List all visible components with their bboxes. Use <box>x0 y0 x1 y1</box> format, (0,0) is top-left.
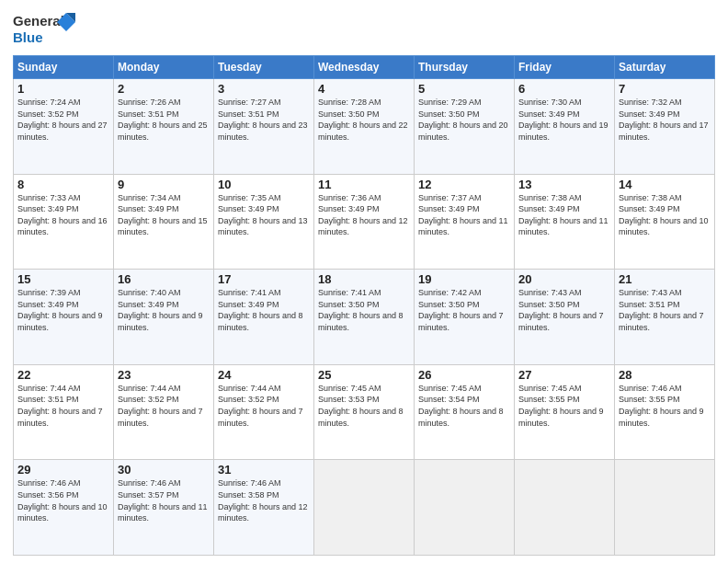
day-info: Sunrise: 7:41 AM Sunset: 3:49 PM Dayligh… <box>218 287 310 333</box>
col-thursday: Thursday <box>415 56 515 79</box>
day-info: Sunrise: 7:38 AM Sunset: 3:49 PM Dayligh… <box>619 192 711 238</box>
day-info: Sunrise: 7:46 AM Sunset: 3:55 PM Dayligh… <box>619 383 711 429</box>
calendar-table: Sunday Monday Tuesday Wednesday Thursday… <box>13 55 715 556</box>
day-info: Sunrise: 7:32 AM Sunset: 3:49 PM Dayligh… <box>619 97 711 143</box>
table-row: 21 Sunrise: 7:43 AM Sunset: 3:51 PM Dayl… <box>615 270 715 365</box>
day-info: Sunrise: 7:44 AM Sunset: 3:51 PM Dayligh… <box>17 383 109 429</box>
page: General Blue Sunday Monday Tuesday Wedne… <box>0 0 728 563</box>
table-row: 19 Sunrise: 7:42 AM Sunset: 3:50 PM Dayl… <box>415 270 515 365</box>
day-info: Sunrise: 7:39 AM Sunset: 3:49 PM Dayligh… <box>17 287 109 333</box>
day-number: 6 <box>518 82 610 96</box>
day-number: 2 <box>118 82 210 96</box>
table-row: 10 Sunrise: 7:35 AM Sunset: 3:49 PM Dayl… <box>214 174 314 270</box>
day-number: 30 <box>118 463 210 477</box>
table-row: 5 Sunrise: 7:29 AM Sunset: 3:50 PM Dayli… <box>415 79 515 175</box>
day-info: Sunrise: 7:42 AM Sunset: 3:50 PM Dayligh… <box>418 287 510 333</box>
day-info: Sunrise: 7:40 AM Sunset: 3:49 PM Dayligh… <box>118 287 210 333</box>
table-row: 7 Sunrise: 7:32 AM Sunset: 3:49 PM Dayli… <box>615 79 715 175</box>
logo: General Blue <box>13 9 77 50</box>
col-friday: Friday <box>515 56 615 79</box>
day-number: 3 <box>218 82 310 96</box>
day-number: 16 <box>118 272 210 286</box>
day-number: 8 <box>17 178 109 191</box>
svg-text:Blue: Blue <box>13 29 43 45</box>
day-info: Sunrise: 7:35 AM Sunset: 3:49 PM Dayligh… <box>218 192 310 238</box>
calendar-week-2: 8 Sunrise: 7:33 AM Sunset: 3:49 PM Dayli… <box>14 174 715 270</box>
day-number: 18 <box>318 272 410 286</box>
table-row <box>415 460 515 556</box>
calendar-week-5: 29 Sunrise: 7:46 AM Sunset: 3:56 PM Dayl… <box>14 460 715 556</box>
day-number: 25 <box>318 368 410 382</box>
day-info: Sunrise: 7:45 AM Sunset: 3:53 PM Dayligh… <box>318 383 410 429</box>
table-row: 24 Sunrise: 7:44 AM Sunset: 3:52 PM Dayl… <box>214 364 314 460</box>
table-row: 12 Sunrise: 7:37 AM Sunset: 3:49 PM Dayl… <box>415 174 515 270</box>
calendar-week-4: 22 Sunrise: 7:44 AM Sunset: 3:51 PM Dayl… <box>14 364 715 460</box>
calendar-body: 1 Sunrise: 7:24 AM Sunset: 3:52 PM Dayli… <box>14 79 715 556</box>
day-number: 20 <box>518 272 610 286</box>
table-row: 22 Sunrise: 7:44 AM Sunset: 3:51 PM Dayl… <box>14 364 114 460</box>
header: General Blue <box>13 9 715 50</box>
day-number: 22 <box>17 368 109 382</box>
day-number: 27 <box>518 368 610 382</box>
table-row: 27 Sunrise: 7:45 AM Sunset: 3:55 PM Dayl… <box>515 364 615 460</box>
col-sunday: Sunday <box>14 56 114 79</box>
calendar-week-3: 15 Sunrise: 7:39 AM Sunset: 3:49 PM Dayl… <box>14 270 715 365</box>
table-row: 15 Sunrise: 7:39 AM Sunset: 3:49 PM Dayl… <box>14 270 114 365</box>
day-number: 31 <box>218 463 310 477</box>
table-row: 16 Sunrise: 7:40 AM Sunset: 3:49 PM Dayl… <box>114 270 214 365</box>
day-info: Sunrise: 7:43 AM Sunset: 3:50 PM Dayligh… <box>518 287 610 333</box>
day-number: 10 <box>218 178 310 191</box>
day-number: 7 <box>619 82 711 96</box>
table-row: 13 Sunrise: 7:38 AM Sunset: 3:49 PM Dayl… <box>515 174 615 270</box>
svg-text:General: General <box>13 13 64 29</box>
table-row: 2 Sunrise: 7:26 AM Sunset: 3:51 PM Dayli… <box>114 79 214 175</box>
col-saturday: Saturday <box>615 56 715 79</box>
day-info: Sunrise: 7:41 AM Sunset: 3:50 PM Dayligh… <box>318 287 410 333</box>
calendar-week-1: 1 Sunrise: 7:24 AM Sunset: 3:52 PM Dayli… <box>14 79 715 175</box>
day-number: 9 <box>118 178 210 191</box>
table-row: 28 Sunrise: 7:46 AM Sunset: 3:55 PM Dayl… <box>615 364 715 460</box>
table-row: 29 Sunrise: 7:46 AM Sunset: 3:56 PM Dayl… <box>14 460 114 556</box>
table-row: 11 Sunrise: 7:36 AM Sunset: 3:49 PM Dayl… <box>314 174 415 270</box>
day-info: Sunrise: 7:44 AM Sunset: 3:52 PM Dayligh… <box>218 383 310 429</box>
day-number: 1 <box>17 82 109 96</box>
day-info: Sunrise: 7:24 AM Sunset: 3:52 PM Dayligh… <box>17 97 109 143</box>
day-number: 26 <box>418 368 510 382</box>
day-info: Sunrise: 7:38 AM Sunset: 3:49 PM Dayligh… <box>518 192 610 238</box>
table-row: 4 Sunrise: 7:28 AM Sunset: 3:50 PM Dayli… <box>314 79 415 175</box>
table-row: 18 Sunrise: 7:41 AM Sunset: 3:50 PM Dayl… <box>314 270 415 365</box>
col-tuesday: Tuesday <box>214 56 314 79</box>
table-row: 3 Sunrise: 7:27 AM Sunset: 3:51 PM Dayli… <box>214 79 314 175</box>
table-row: 9 Sunrise: 7:34 AM Sunset: 3:49 PM Dayli… <box>114 174 214 270</box>
day-info: Sunrise: 7:27 AM Sunset: 3:51 PM Dayligh… <box>218 97 310 143</box>
table-row: 8 Sunrise: 7:33 AM Sunset: 3:49 PM Dayli… <box>14 174 114 270</box>
table-row: 25 Sunrise: 7:45 AM Sunset: 3:53 PM Dayl… <box>314 364 415 460</box>
day-info: Sunrise: 7:46 AM Sunset: 3:57 PM Dayligh… <box>118 477 210 523</box>
day-number: 23 <box>118 368 210 382</box>
day-info: Sunrise: 7:28 AM Sunset: 3:50 PM Dayligh… <box>318 97 410 143</box>
table-row: 14 Sunrise: 7:38 AM Sunset: 3:49 PM Dayl… <box>615 174 715 270</box>
table-row: 17 Sunrise: 7:41 AM Sunset: 3:49 PM Dayl… <box>214 270 314 365</box>
table-row: 31 Sunrise: 7:46 AM Sunset: 3:58 PM Dayl… <box>214 460 314 556</box>
day-info: Sunrise: 7:34 AM Sunset: 3:49 PM Dayligh… <box>118 192 210 238</box>
day-number: 11 <box>318 178 410 191</box>
day-number: 5 <box>418 82 510 96</box>
day-info: Sunrise: 7:43 AM Sunset: 3:51 PM Dayligh… <box>619 287 711 333</box>
day-info: Sunrise: 7:37 AM Sunset: 3:49 PM Dayligh… <box>418 192 510 238</box>
day-number: 21 <box>619 272 711 286</box>
table-row <box>615 460 715 556</box>
day-info: Sunrise: 7:44 AM Sunset: 3:52 PM Dayligh… <box>118 383 210 429</box>
day-number: 24 <box>218 368 310 382</box>
day-info: Sunrise: 7:45 AM Sunset: 3:55 PM Dayligh… <box>518 383 610 429</box>
table-row: 23 Sunrise: 7:44 AM Sunset: 3:52 PM Dayl… <box>114 364 214 460</box>
day-info: Sunrise: 7:33 AM Sunset: 3:49 PM Dayligh… <box>17 192 109 238</box>
day-number: 15 <box>17 272 109 286</box>
day-number: 17 <box>218 272 310 286</box>
day-number: 28 <box>619 368 711 382</box>
day-info: Sunrise: 7:36 AM Sunset: 3:49 PM Dayligh… <box>318 192 410 238</box>
day-number: 19 <box>418 272 510 286</box>
day-info: Sunrise: 7:26 AM Sunset: 3:51 PM Dayligh… <box>118 97 210 143</box>
col-wednesday: Wednesday <box>314 56 415 79</box>
table-row <box>515 460 615 556</box>
day-number: 13 <box>518 178 610 191</box>
